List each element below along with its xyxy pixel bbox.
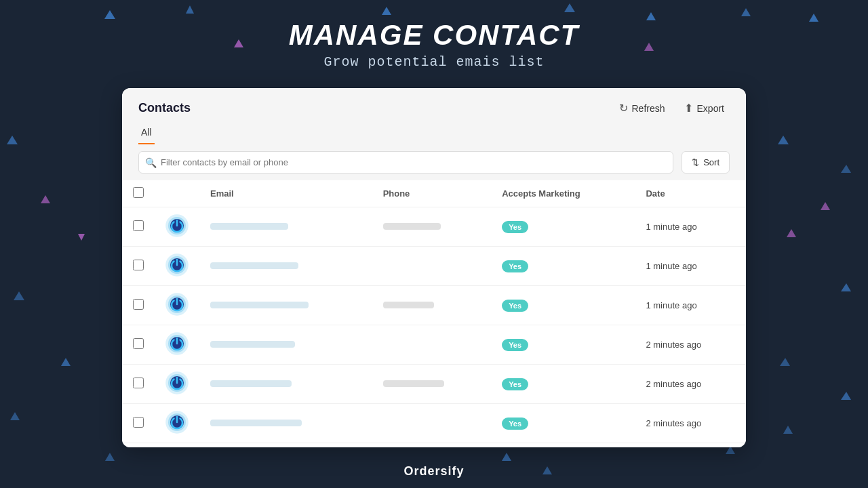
avatar-col-header	[155, 180, 199, 207]
svg-marker-14	[787, 229, 796, 237]
row-phone-cell	[372, 247, 492, 286]
email-placeholder	[210, 262, 298, 269]
row-date: 1 minute ago	[646, 261, 696, 271]
row-checkbox-cell	[122, 325, 155, 365]
power-icon	[165, 411, 189, 434]
row-avatar-cell	[155, 443, 199, 448]
row-avatar-cell	[155, 286, 199, 325]
row-date: 1 minute ago	[646, 300, 696, 310]
svg-marker-15	[841, 283, 851, 291]
svg-marker-8	[78, 234, 85, 241]
power-icon	[165, 371, 189, 394]
email-placeholder	[210, 341, 295, 348]
row-checkbox-0[interactable]	[133, 220, 144, 231]
row-phone-cell	[372, 207, 492, 247]
search-input[interactable]	[138, 151, 673, 174]
row-email-cell	[199, 286, 372, 325]
svg-marker-26	[105, 453, 115, 461]
refresh-icon: ↻	[619, 102, 628, 115]
row-phone-cell	[372, 404, 492, 443]
page-subtitle: Grow potential emais list	[0, 54, 868, 70]
table-row: Yes 1 minute ago	[122, 247, 746, 286]
row-marketing-cell: Yes	[491, 247, 635, 286]
row-date-cell: 2 minutes ago	[635, 365, 746, 404]
row-checkbox-cell	[122, 404, 155, 443]
row-phone-cell	[372, 286, 492, 325]
phone-placeholder	[383, 223, 441, 230]
email-placeholder	[210, 380, 292, 387]
header-actions: ↻ Refresh ⬆ Export	[614, 99, 730, 117]
email-placeholder	[210, 420, 302, 426]
row-checkbox-5[interactable]	[133, 417, 144, 428]
refresh-button[interactable]: ↻ Refresh	[614, 99, 671, 117]
row-avatar-cell	[155, 247, 199, 286]
select-all-cell	[122, 180, 155, 207]
table-row: Yes 1 minute ago	[122, 286, 746, 325]
search-icon: 🔍	[145, 157, 157, 168]
power-icon	[165, 332, 189, 355]
toolbar-row: 🔍 ⇅ Sort	[122, 144, 746, 180]
row-marketing-cell: Yes	[491, 207, 635, 247]
svg-marker-24	[502, 453, 511, 461]
row-date-cell: 1 minute ago	[635, 207, 746, 247]
header-section: MANAGE CONTACT Grow potential emais list	[0, 0, 868, 70]
row-phone-cell	[372, 325, 492, 365]
row-email-cell	[199, 365, 372, 404]
svg-marker-22	[821, 202, 830, 210]
panel-header: Contacts ↻ Refresh ⬆ Export	[122, 88, 746, 117]
row-checkbox-cell	[122, 443, 155, 448]
svg-marker-16	[780, 358, 790, 366]
svg-marker-13	[841, 165, 851, 173]
phone-placeholder	[383, 302, 434, 308]
sort-icon: ⇅	[692, 157, 699, 167]
svg-marker-7	[7, 136, 18, 144]
tab-all[interactable]: All	[138, 121, 155, 144]
marketing-badge: Yes	[502, 418, 528, 430]
row-avatar-cell	[155, 325, 199, 365]
row-marketing-cell: Yes	[491, 404, 635, 443]
marketing-badge: Yes	[502, 221, 528, 233]
search-wrapper: 🔍	[138, 151, 673, 174]
export-label: Export	[697, 103, 724, 114]
table-header-row: Email Phone Accepts Marketing Date	[122, 180, 746, 207]
row-email-cell	[199, 325, 372, 365]
export-button[interactable]: ⬆ Export	[679, 99, 730, 117]
table-row: Yes 2 minutes ago	[122, 365, 746, 404]
svg-marker-17	[841, 392, 851, 400]
table-row: Yes 2 minutes ago	[122, 404, 746, 443]
sort-label: Sort	[703, 157, 719, 167]
row-date-cell: 1 minute ago	[635, 286, 746, 325]
row-email-cell	[199, 247, 372, 286]
row-avatar-cell	[155, 404, 199, 443]
table-row: Yes 1 minute ago	[122, 207, 746, 247]
email-placeholder	[210, 223, 288, 230]
row-checkbox-3[interactable]	[133, 338, 144, 349]
marketing-badge: Yes	[502, 300, 528, 312]
row-phone-cell	[372, 365, 492, 404]
row-checkbox-1[interactable]	[133, 260, 144, 270]
row-avatar-cell	[155, 365, 199, 404]
row-date: 1 minute ago	[646, 222, 696, 232]
export-icon: ⬆	[684, 102, 693, 115]
marketing-badge: Yes	[502, 260, 528, 272]
brand-name: Ordersify	[403, 464, 464, 478]
power-icon	[165, 214, 189, 237]
row-checkbox-cell	[122, 247, 155, 286]
row-avatar-cell	[155, 207, 199, 247]
select-all-checkbox[interactable]	[133, 187, 144, 198]
row-date: 2 minutes ago	[646, 418, 701, 428]
marketing-badge: Yes	[502, 378, 528, 390]
svg-marker-10	[61, 358, 71, 366]
phone-placeholder	[383, 380, 444, 387]
row-checkbox-4[interactable]	[133, 378, 144, 388]
row-email-cell	[199, 404, 372, 443]
row-email-cell	[199, 207, 372, 247]
row-date: 2 minutes ago	[646, 340, 701, 350]
table-row: Yes 2 minutes ago	[122, 325, 746, 365]
panel-title: Contacts	[138, 101, 191, 115]
row-checkbox-2[interactable]	[133, 299, 144, 310]
table-container: Email Phone Accepts Marketing Date	[122, 180, 746, 447]
row-checkbox-cell	[122, 286, 155, 325]
sort-button[interactable]: ⇅ Sort	[682, 151, 730, 174]
row-date-cell: 2 minutes ago	[635, 325, 746, 365]
